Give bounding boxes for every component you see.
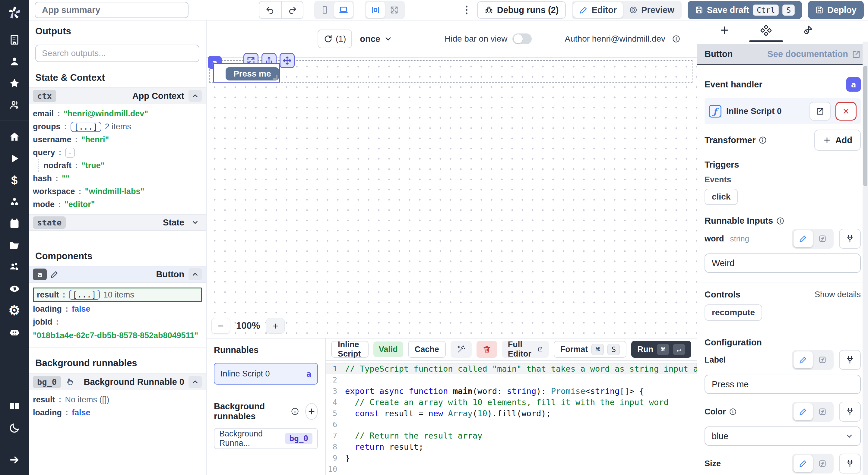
eval-fx-icon[interactable] — [813, 351, 832, 368]
code-line[interactable]: 3export async function main(word: string… — [326, 385, 697, 397]
format-button[interactable]: Format ⌘ S — [554, 341, 627, 358]
open-script-button[interactable] — [809, 102, 831, 121]
button-component-cell[interactable]: Press me — [213, 63, 280, 82]
jobid-row[interactable]: jobId: — [33, 315, 202, 329]
resources-cubes-icon[interactable] — [0, 191, 29, 213]
debug-runs-button[interactable]: Debug runs (2) — [477, 1, 566, 19]
ctx-accordion-header[interactable]: ctx App Context — [29, 88, 206, 104]
code-line[interactable]: 10 — [326, 464, 697, 475]
app-canvas[interactable]: a Press me − 100% — [207, 57, 697, 338]
audit-eye-icon[interactable] — [0, 278, 29, 300]
ctx-row-nodraft[interactable]: nodraft:"true" — [38, 159, 202, 172]
workers-icon[interactable] — [0, 256, 29, 278]
chevron-up-icon[interactable] — [188, 268, 202, 280]
ctx-row-workspace[interactable]: workspace:"windmill-labs" — [33, 185, 202, 198]
ai-wand-button[interactable] — [451, 341, 472, 358]
code-line[interactable]: 5 const result = new Array(10).fill(word… — [326, 408, 697, 419]
editor-tab[interactable]: Editor — [573, 2, 623, 18]
code-line[interactable]: 4 // Create an array with 10 elements, f… — [326, 397, 697, 408]
run-button[interactable]: Run ⌘ ↵ — [631, 341, 691, 358]
ctx-row-mode[interactable]: mode:"editor" — [33, 198, 202, 211]
button-component-header[interactable]: a Button — [29, 266, 206, 283]
full-editor-button[interactable]: Full Editor — [502, 341, 549, 358]
scrollbar-thumb[interactable] — [863, 66, 867, 186]
search-outputs-input[interactable] — [35, 45, 199, 62]
preview-tab[interactable]: Preview — [623, 2, 680, 18]
save-draft-button[interactable]: Save draft Ctrl S — [688, 1, 802, 19]
groups-icon[interactable] — [0, 94, 29, 116]
code-line[interactable]: 9} — [326, 452, 697, 464]
chevron-up-icon[interactable] — [188, 90, 202, 102]
runs-play-icon[interactable] — [0, 148, 29, 169]
ctx-row-hash[interactable]: hash:"" — [33, 172, 202, 185]
static-pencil-icon[interactable] — [794, 403, 813, 420]
fullscreen-button[interactable] — [385, 2, 404, 18]
app-summary-input[interactable] — [35, 2, 188, 18]
state-accordion-header[interactable]: state State — [29, 214, 206, 231]
desktop-view-button[interactable] — [334, 2, 353, 18]
add-bg-runnable-button[interactable] — [305, 403, 318, 420]
code-lines[interactable]: 1// TypeScript function called "main" th… — [326, 361, 697, 475]
info-icon[interactable] — [729, 408, 737, 416]
expand-sidebar-arrow-icon[interactable] — [0, 449, 29, 471]
variables-dollar-icon[interactable]: $ — [0, 169, 29, 191]
connect-plug-icon[interactable] — [839, 229, 861, 249]
add-transformer-button[interactable]: Add — [814, 130, 861, 151]
zoom-in-button[interactable]: + — [266, 318, 285, 334]
settings-gear-icon[interactable]: ⚙ — [0, 300, 29, 321]
ai-robot-icon[interactable] — [0, 321, 29, 343]
redo-button[interactable] — [281, 1, 303, 19]
info-icon[interactable] — [672, 35, 680, 43]
delete-script-button[interactable] — [476, 341, 497, 358]
info-icon[interactable] — [758, 136, 767, 144]
event-script-row[interactable]: ƒ Inline Script 0 — [705, 98, 861, 124]
resize-handle[interactable] — [273, 75, 277, 80]
component-a-badge[interactable]: a — [33, 269, 47, 280]
refresh-mode-dropdown[interactable]: once — [360, 34, 392, 44]
schedules-calendar-icon[interactable] — [0, 213, 29, 235]
ctx-row-groups[interactable]: groups:[...]2 items — [33, 120, 202, 133]
user-icon[interactable] — [0, 50, 29, 72]
connect-plug-icon[interactable] — [839, 402, 861, 422]
remove-script-button[interactable] — [835, 102, 857, 121]
ctx-row-email[interactable]: email:"henri@windmill.dev" — [33, 107, 202, 120]
scrollbar-track[interactable] — [863, 42, 868, 475]
word-input[interactable] — [705, 253, 861, 273]
info-icon[interactable] — [776, 217, 784, 225]
cache-button[interactable]: Cache — [408, 341, 446, 358]
tab-component-settings[interactable] — [747, 25, 785, 42]
loading-row[interactable]: loading:false — [33, 303, 202, 315]
press-me-button[interactable]: Press me — [226, 67, 279, 80]
refresh-button[interactable]: (1) — [318, 30, 352, 48]
script-type-button[interactable]: Inline Script — [331, 341, 369, 358]
move-handle-icon[interactable] — [280, 53, 294, 68]
show-details-link[interactable]: Show details — [815, 290, 861, 299]
code-line[interactable]: 2 — [326, 374, 697, 385]
bg0-result-row[interactable]: result:No items ([]) — [33, 393, 202, 406]
workspace-icon[interactable] — [0, 29, 29, 50]
label-input[interactable] — [705, 375, 861, 394]
bg0-accordion-header[interactable]: bg_0 Background Runnable 0 — [29, 373, 206, 390]
more-menu-button[interactable] — [462, 5, 471, 15]
static-pencil-icon[interactable] — [794, 230, 813, 247]
hide-bar-toggle[interactable] — [513, 33, 532, 44]
ctx-row-username[interactable]: username:"henri" — [33, 133, 202, 146]
zoom-out-button[interactable]: − — [211, 318, 230, 334]
code-line[interactable]: 8 return result; — [326, 441, 697, 452]
static-pencil-icon[interactable] — [794, 455, 813, 472]
chevron-up-icon[interactable] — [188, 376, 202, 388]
bg0-loading-row[interactable]: loading:false — [33, 406, 202, 419]
color-select[interactable]: blue — [705, 427, 861, 446]
center-layout-button[interactable] — [366, 2, 385, 18]
edit-id-pencil-icon[interactable] — [50, 270, 59, 278]
undo-button[interactable] — [259, 1, 281, 19]
connect-plug-icon[interactable] — [839, 453, 861, 474]
eval-fx-icon[interactable] — [813, 455, 832, 472]
dark-mode-moon-icon[interactable] — [0, 417, 29, 439]
see-documentation-link[interactable]: See documentation — [768, 49, 861, 59]
docs-book-icon[interactable] — [0, 396, 29, 417]
ctx-row-query[interactable]: query:- — [33, 146, 202, 159]
eval-fx-icon[interactable] — [813, 230, 832, 247]
folders-icon[interactable] — [0, 235, 29, 256]
info-icon[interactable] — [291, 407, 299, 416]
